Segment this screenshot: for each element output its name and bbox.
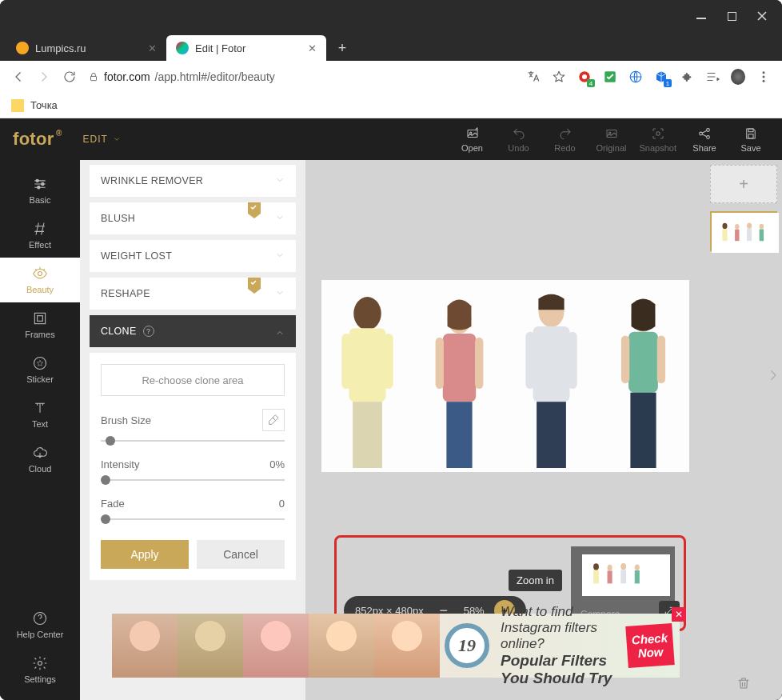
person-figure bbox=[597, 280, 689, 472]
star-icon[interactable] bbox=[552, 70, 566, 84]
svg-rect-33 bbox=[443, 334, 476, 402]
ad-text-line1: Want to find Instagram filters online? bbox=[501, 604, 620, 652]
svg-rect-31 bbox=[384, 334, 393, 389]
maximize-button[interactable] bbox=[726, 10, 737, 22]
sidebar-item-text[interactable]: Text bbox=[0, 392, 80, 437]
translate-icon[interactable] bbox=[526, 70, 541, 84]
profile-avatar[interactable] bbox=[731, 70, 745, 84]
lock-icon bbox=[88, 71, 99, 82]
person-figure bbox=[321, 280, 413, 472]
menu-icon[interactable] bbox=[756, 70, 771, 84]
sidebar-item-cloud[interactable]: Cloud bbox=[0, 437, 80, 482]
zoom-tooltip: Zoom in bbox=[509, 570, 562, 591]
sidebar-item-effect[interactable]: Effect bbox=[0, 213, 80, 258]
sidebar-item-beauty[interactable]: Beauty bbox=[0, 258, 80, 302]
extensions-icon[interactable] bbox=[680, 70, 694, 84]
accordion-weight[interactable]: WEIGHT LOST bbox=[90, 240, 296, 272]
bookmark-item[interactable]: Точка bbox=[30, 99, 58, 111]
apply-button[interactable]: Apply bbox=[101, 540, 189, 569]
share-button[interactable]: Share bbox=[686, 126, 723, 153]
svg-rect-44 bbox=[630, 393, 656, 468]
eraser-button[interactable] bbox=[262, 409, 285, 431]
fade-slider[interactable] bbox=[101, 514, 285, 524]
svg-point-19 bbox=[42, 182, 44, 185]
url-display[interactable]: fotor.com/app.html#/editor/beauty bbox=[88, 70, 515, 83]
ad-banner[interactable]: 19 Want to find Instagram filters online… bbox=[112, 614, 680, 678]
svg-rect-30 bbox=[341, 334, 351, 389]
thumbnail-image[interactable] bbox=[710, 211, 777, 251]
intensity-slider[interactable] bbox=[101, 475, 285, 485]
save-button[interactable]: Save bbox=[732, 126, 769, 153]
add-image-button[interactable]: + bbox=[710, 165, 777, 203]
back-button[interactable] bbox=[11, 70, 26, 84]
svg-rect-51 bbox=[735, 230, 739, 241]
accordion-reshape[interactable]: RESHAPE bbox=[90, 278, 296, 310]
svg-point-12 bbox=[656, 131, 660, 135]
ad-number-badge: 19 bbox=[445, 623, 489, 668]
delete-button[interactable] bbox=[736, 676, 751, 694]
brush-size-slider[interactable] bbox=[101, 436, 285, 446]
ad-close-button[interactable]: ✕ bbox=[672, 607, 686, 622]
extension-check-icon[interactable] bbox=[603, 70, 617, 84]
svg-rect-34 bbox=[446, 402, 472, 468]
svg-rect-55 bbox=[760, 230, 764, 242]
extension-globe-icon[interactable] bbox=[628, 70, 643, 84]
sidebar-item-help[interactable]: Help Center bbox=[0, 602, 80, 647]
sidebar-item-settings[interactable]: Settings bbox=[0, 647, 80, 700]
chevron-down-icon bbox=[275, 213, 285, 225]
svg-rect-35 bbox=[436, 338, 444, 389]
svg-rect-53 bbox=[747, 229, 752, 241]
ad-cta-button[interactable]: CheckNow bbox=[625, 623, 674, 668]
address-bar: fotor.com/app.html#/editor/beauty 4 1 bbox=[0, 61, 782, 93]
extension-ob-icon[interactable]: 4 bbox=[577, 70, 592, 84]
accordion-wrinkle[interactable]: WRINKLE REMOVER bbox=[90, 165, 296, 197]
sidebar-item-basic[interactable]: Basic bbox=[0, 168, 80, 213]
svg-point-6 bbox=[763, 76, 765, 78]
svg-point-50 bbox=[735, 224, 739, 230]
forward-button[interactable] bbox=[37, 70, 51, 84]
accordion-blush[interactable]: BLUSH bbox=[90, 202, 296, 234]
svg-point-14 bbox=[707, 128, 710, 131]
next-image-button[interactable] bbox=[766, 368, 780, 386]
edit-dropdown[interactable]: EDIT bbox=[83, 134, 121, 145]
bookmark-favicon bbox=[11, 99, 24, 112]
cancel-button[interactable]: Cancel bbox=[197, 540, 285, 569]
open-button[interactable]: Open bbox=[454, 126, 491, 153]
svg-point-54 bbox=[760, 224, 764, 230]
help-icon[interactable]: ? bbox=[143, 326, 154, 337]
app-header: fotor® EDIT Open Undo Redo Original Snap… bbox=[0, 118, 782, 160]
tab-label: Edit | Fotor bbox=[195, 42, 245, 54]
accordion-clone[interactable]: CLONE? bbox=[90, 315, 296, 347]
snapshot-button[interactable]: Snapshot bbox=[640, 126, 676, 153]
svg-point-48 bbox=[722, 223, 727, 229]
editing-image[interactable] bbox=[321, 280, 689, 472]
svg-point-9 bbox=[469, 132, 471, 134]
close-icon[interactable]: ✕ bbox=[308, 42, 317, 54]
original-button[interactable]: Original bbox=[593, 126, 630, 153]
undo-button[interactable]: Undo bbox=[501, 126, 537, 153]
playlist-icon[interactable] bbox=[705, 70, 720, 84]
close-button[interactable] bbox=[756, 10, 768, 22]
sidebar-item-sticker[interactable]: Sticker bbox=[0, 347, 80, 392]
window-controls bbox=[0, 0, 782, 32]
minimize-button[interactable] bbox=[696, 10, 707, 22]
intensity-label: Intensity bbox=[101, 458, 139, 470]
tab-lumpics[interactable]: Lumpics.ru ✕ bbox=[6, 35, 166, 61]
svg-rect-62 bbox=[620, 570, 626, 583]
premium-badge-icon bbox=[248, 202, 261, 221]
svg-rect-22 bbox=[34, 313, 45, 323]
tab-label: Lumpics.ru bbox=[35, 42, 86, 54]
rechoose-button[interactable]: Re-choose clone area bbox=[101, 364, 285, 396]
reload-button[interactable] bbox=[62, 70, 77, 84]
fotor-logo[interactable]: fotor® bbox=[13, 129, 54, 150]
redo-button[interactable]: Redo bbox=[547, 126, 584, 153]
svg-point-5 bbox=[763, 71, 765, 74]
tab-fotor[interactable]: Edit | Fotor ✕ bbox=[166, 35, 326, 61]
close-icon[interactable]: ✕ bbox=[148, 42, 157, 54]
svg-rect-23 bbox=[38, 316, 43, 322]
sidebar-item-frames[interactable]: Frames bbox=[0, 302, 80, 347]
new-tab-button[interactable]: + bbox=[331, 37, 353, 59]
svg-point-21 bbox=[38, 272, 42, 276]
svg-rect-60 bbox=[608, 570, 612, 583]
extension-cube-icon[interactable]: 1 bbox=[654, 70, 668, 84]
